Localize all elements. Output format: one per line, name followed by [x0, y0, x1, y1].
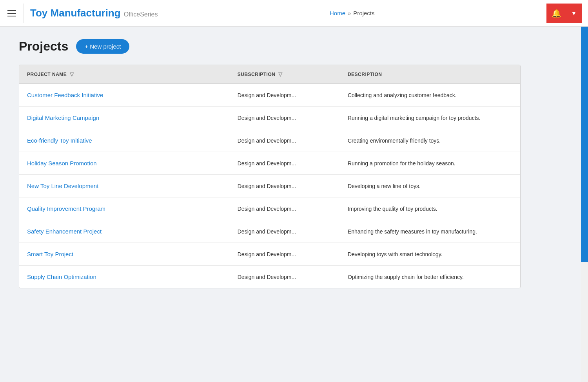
- cell-project-name: New Toy Line Development: [19, 175, 230, 197]
- table-row: New Toy Line DevelopmentDesign and Devel…: [19, 175, 520, 197]
- cell-subscription: Design and Developm...: [230, 152, 340, 175]
- project-name-link[interactable]: Digital Marketing Campaign: [27, 114, 99, 121]
- table-row: Eco-friendly Toy InitiativeDesign and De…: [19, 129, 520, 152]
- cell-subscription: Design and Developm...: [230, 266, 340, 288]
- cell-description: Enhancing the safety measures in toy man…: [340, 220, 520, 243]
- project-name-link[interactable]: Safety Enhancement Project: [27, 228, 102, 235]
- scrollbar-thumb[interactable]: [581, 27, 588, 262]
- cell-description: Improving the quality of toy products.: [340, 197, 520, 220]
- cell-subscription: Design and Developm...: [230, 84, 340, 107]
- table-header: PROJECT NAME ▽ SUBSCRIPTION ▽ DESCRIPTIO…: [19, 65, 520, 84]
- new-project-button[interactable]: + New project: [76, 39, 129, 54]
- navbar-actions: 🔔 ▼: [546, 4, 582, 23]
- cell-project-name: Smart Toy Project: [19, 243, 230, 266]
- table-row: Holiday Season PromotionDesign and Devel…: [19, 152, 520, 175]
- navbar-divider: [24, 4, 24, 23]
- breadcrumb-home[interactable]: Home: [330, 10, 345, 16]
- app-subtitle: OfficeSeries: [124, 11, 158, 18]
- app-title: Toy Manufacturing: [30, 7, 121, 19]
- cell-subscription: Design and Developm...: [230, 107, 340, 129]
- page-title: Projects: [19, 39, 68, 54]
- cell-description: Creating environmentally friendly toys.: [340, 129, 520, 152]
- cell-subscription: Design and Developm...: [230, 197, 340, 220]
- project-name-link[interactable]: Supply Chain Optimization: [27, 273, 96, 280]
- bell-icon: 🔔: [552, 9, 561, 18]
- table-row: Smart Toy ProjectDesign and Developm...D…: [19, 243, 520, 266]
- project-name-link[interactable]: Customer Feedback Initiative: [27, 92, 103, 98]
- projects-table: PROJECT NAME ▽ SUBSCRIPTION ▽ DESCRIPTIO…: [19, 65, 520, 288]
- project-name-link[interactable]: Quality Improvement Program: [27, 205, 105, 212]
- breadcrumb-separator: »: [348, 10, 351, 16]
- col-header-description: DESCRIPTION: [340, 65, 520, 84]
- scrollbar[interactable]: [581, 0, 588, 382]
- table-row: Digital Marketing CampaignDesign and Dev…: [19, 107, 520, 129]
- project-name-link[interactable]: Holiday Season Promotion: [27, 160, 97, 167]
- cell-description: Running a digital marketing campaign for…: [340, 107, 520, 129]
- col-header-name: PROJECT NAME ▽: [19, 65, 230, 84]
- table-row: Supply Chain OptimizationDesign and Deve…: [19, 266, 520, 288]
- table-row: Customer Feedback InitiativeDesign and D…: [19, 84, 520, 107]
- cell-project-name: Safety Enhancement Project: [19, 220, 230, 243]
- navbar: Toy Manufacturing OfficeSeries Home » Pr…: [0, 0, 588, 27]
- cell-description: Developing toys with smart technology.: [340, 243, 520, 266]
- cell-project-name: Digital Marketing Campaign: [19, 107, 230, 129]
- cell-project-name: Holiday Season Promotion: [19, 152, 230, 175]
- breadcrumb: Home » Projects: [158, 10, 546, 16]
- cell-subscription: Design and Developm...: [230, 220, 340, 243]
- project-name-link[interactable]: New Toy Line Development: [27, 183, 98, 189]
- scrollbar-track: [581, 0, 588, 382]
- cell-project-name: Quality Improvement Program: [19, 197, 230, 220]
- cell-project-name: Customer Feedback Initiative: [19, 84, 230, 107]
- cell-project-name: Eco-friendly Toy Initiative: [19, 129, 230, 152]
- filter-icon-subscription[interactable]: ▽: [278, 71, 283, 77]
- table-body: Customer Feedback InitiativeDesign and D…: [19, 84, 520, 288]
- notification-bell-button[interactable]: 🔔: [546, 4, 566, 23]
- project-name-link[interactable]: Smart Toy Project: [27, 251, 73, 257]
- page-header: Projects + New project: [19, 39, 569, 54]
- project-name-link[interactable]: Eco-friendly Toy Initiative: [27, 137, 92, 144]
- cell-description: Collecting and analyzing customer feedba…: [340, 84, 520, 107]
- cell-project-name: Supply Chain Optimization: [19, 266, 230, 288]
- projects-table-container: PROJECT NAME ▽ SUBSCRIPTION ▽ DESCRIPTIO…: [19, 65, 521, 288]
- breadcrumb-current: Projects: [353, 10, 374, 16]
- menu-icon[interactable]: [6, 10, 17, 16]
- cell-subscription: Design and Developm...: [230, 243, 340, 266]
- table-row: Safety Enhancement ProjectDesign and Dev…: [19, 220, 520, 243]
- cell-subscription: Design and Developm...: [230, 175, 340, 197]
- cell-description: Developing a new line of toys.: [340, 175, 520, 197]
- cell-description: Running a promotion for the holiday seas…: [340, 152, 520, 175]
- table-row: Quality Improvement ProgramDesign and De…: [19, 197, 520, 220]
- user-dropdown-button[interactable]: ▼: [566, 4, 582, 23]
- col-header-subscription: SUBSCRIPTION ▽: [230, 65, 340, 84]
- cell-description: Optimizing the supply chain for better e…: [340, 266, 520, 288]
- navbar-brand: Toy Manufacturing OfficeSeries: [30, 7, 158, 19]
- chevron-down-icon: ▼: [571, 10, 577, 16]
- main-content: Projects + New project PROJECT NAME ▽ SU…: [0, 27, 588, 301]
- filter-icon-name[interactable]: ▽: [70, 71, 74, 77]
- cell-subscription: Design and Developm...: [230, 129, 340, 152]
